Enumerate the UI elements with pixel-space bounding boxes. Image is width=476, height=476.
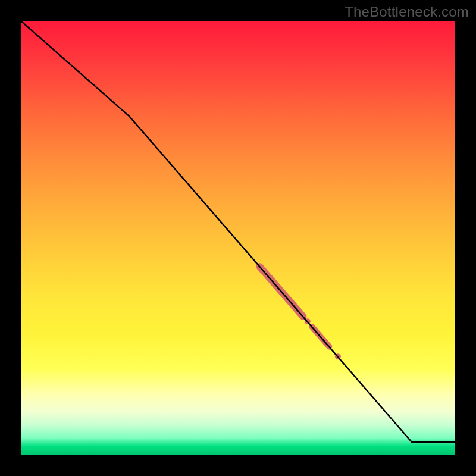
watermark-text: TheBottleneck.com bbox=[345, 4, 469, 20]
chart-frame: TheBottleneck.com bbox=[0, 0, 476, 476]
main-curve bbox=[21, 21, 455, 442]
gradient-plot-area bbox=[21, 21, 455, 455]
chart-svg bbox=[21, 21, 455, 455]
